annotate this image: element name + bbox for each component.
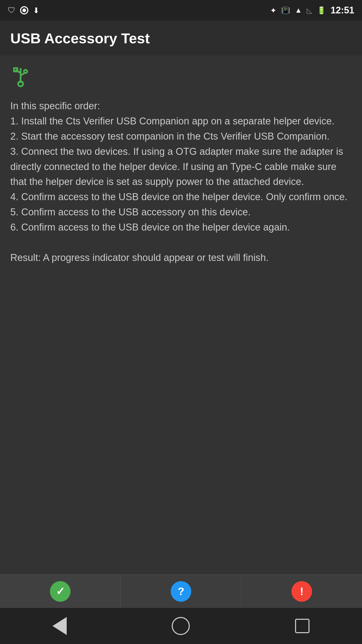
navigation-bar <box>0 608 362 644</box>
app-bar: USB Accessory Test <box>0 21 362 56</box>
page-title: USB Accessory Test <box>10 30 150 46</box>
info-icon: ? <box>171 581 191 602</box>
back-button[interactable] <box>53 617 67 635</box>
fail-icon: ! <box>291 581 312 602</box>
pass-button[interactable]: ✓ <box>0 575 121 608</box>
time-display: 12:51 <box>331 5 354 16</box>
wifi-icon: ▲ <box>295 6 302 14</box>
info-button[interactable]: ? <box>121 575 242 608</box>
status-bar: 🛡 ⬇ ✦ 📳 ▲ ◺ 🔋 12:51 <box>0 0 362 21</box>
bottom-action-bar: ✓ ? ! <box>0 574 362 608</box>
signal-off-icon: ◺ <box>307 6 312 15</box>
battery-icon: 🔋 <box>317 6 326 15</box>
recent-button[interactable] <box>295 619 309 633</box>
status-bar-right: ✦ 📳 ▲ ◺ 🔋 12:51 <box>270 5 354 16</box>
record-icon <box>20 6 28 14</box>
status-bar-left: 🛡 ⬇ <box>8 6 39 15</box>
usb-icon <box>10 66 352 93</box>
recent-icon <box>295 619 309 633</box>
shield-icon: 🛡 <box>8 6 15 15</box>
home-button[interactable] <box>172 617 190 635</box>
instructions-text: In this specific order: 1. Install the C… <box>10 98 352 265</box>
download-icon: ⬇ <box>33 6 39 15</box>
content-area: In this specific order: 1. Install the C… <box>0 56 362 276</box>
home-icon <box>172 617 190 635</box>
svg-point-5 <box>18 81 23 86</box>
bluetooth-icon: ✦ <box>270 6 277 15</box>
svg-point-4 <box>24 70 27 73</box>
vibrate-icon: 📳 <box>281 6 290 15</box>
fail-button[interactable]: ! <box>242 575 362 608</box>
svg-rect-2 <box>14 68 17 71</box>
pass-icon: ✓ <box>50 581 71 602</box>
back-icon <box>53 617 67 635</box>
